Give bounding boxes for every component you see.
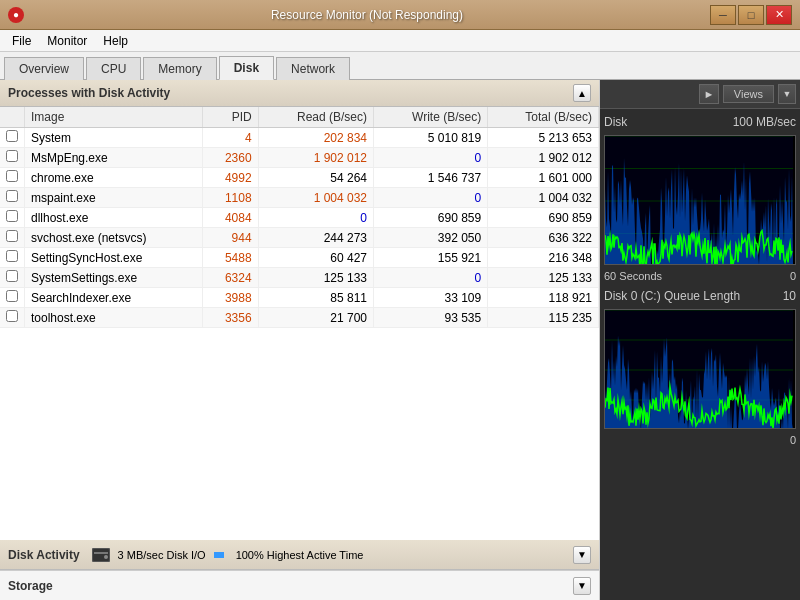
- chart2-bottom-row: 0: [604, 433, 796, 447]
- chart2-label: Disk 0 (C:) Queue Length: [604, 289, 740, 303]
- col-total[interactable]: Total (B/sec): [488, 107, 599, 128]
- row-read: 0: [258, 208, 373, 228]
- processes-section-header[interactable]: Processes with Disk Activity ▲: [0, 80, 599, 107]
- menu-help[interactable]: Help: [95, 32, 136, 50]
- processes-collapse-button[interactable]: ▲: [573, 84, 591, 102]
- row-checkbox[interactable]: [6, 150, 18, 162]
- row-image: SystemSettings.exe: [25, 268, 203, 288]
- row-write: 5 010 819: [374, 128, 488, 148]
- tab-memory[interactable]: Memory: [143, 57, 216, 80]
- row-checkbox-cell[interactable]: [0, 268, 25, 288]
- active-time-stat: 100% Highest Active Time: [236, 549, 364, 561]
- row-checkbox[interactable]: [6, 270, 18, 282]
- disk-drive-icon: [92, 548, 110, 562]
- table-row[interactable]: mspaint.exe 1108 1 004 032 0 1 004 032: [0, 188, 599, 208]
- table-row[interactable]: MsMpEng.exe 2360 1 902 012 0 1 902 012: [0, 148, 599, 168]
- row-read: 85 811: [258, 288, 373, 308]
- row-checkbox-cell[interactable]: [0, 168, 25, 188]
- chart2-value: 10: [783, 289, 796, 303]
- row-total: 125 133: [488, 268, 599, 288]
- tab-network[interactable]: Network: [276, 57, 350, 80]
- chart1-label: Disk: [604, 115, 627, 129]
- row-read: 1 902 012: [258, 148, 373, 168]
- nav-back-button[interactable]: ►: [699, 84, 719, 104]
- chart1-time-row: 60 Seconds 0: [604, 269, 796, 283]
- menu-monitor[interactable]: Monitor: [39, 32, 95, 50]
- row-read: 125 133: [258, 268, 373, 288]
- row-checkbox-cell[interactable]: [0, 188, 25, 208]
- row-write: 690 859: [374, 208, 488, 228]
- storage-collapse-button[interactable]: ▼: [573, 577, 591, 595]
- row-checkbox[interactable]: [6, 210, 18, 222]
- queue-chart: [604, 309, 796, 429]
- table-row[interactable]: dllhost.exe 4084 0 690 859 690 859: [0, 208, 599, 228]
- row-image: svchost.exe (netsvcs): [25, 228, 203, 248]
- close-button[interactable]: ✕: [766, 5, 792, 25]
- disk-io-stat: 3 MB/sec Disk I/O: [118, 549, 206, 561]
- chart2-bottom-value: 0: [790, 434, 796, 446]
- row-pid: 944: [203, 228, 258, 248]
- row-total: 636 322: [488, 228, 599, 248]
- col-image[interactable]: Image: [25, 107, 203, 128]
- queue-chart-canvas: [605, 310, 793, 429]
- chart1-label-row: Disk 100 MB/sec: [604, 113, 796, 131]
- table-row[interactable]: svchost.exe (netsvcs) 944 244 273 392 05…: [0, 228, 599, 248]
- views-dropdown-button[interactable]: ▼: [778, 84, 796, 104]
- row-checkbox-cell[interactable]: [0, 208, 25, 228]
- row-read: 21 700: [258, 308, 373, 328]
- processes-section-title: Processes with Disk Activity: [8, 86, 170, 100]
- row-image: dllhost.exe: [25, 208, 203, 228]
- col-read[interactable]: Read (B/sec): [258, 107, 373, 128]
- row-total: 1 601 000: [488, 168, 599, 188]
- row-checkbox-cell[interactable]: [0, 148, 25, 168]
- storage-section-header[interactable]: Storage ▼: [0, 570, 599, 600]
- col-write[interactable]: Write (B/sec): [374, 107, 488, 128]
- row-checkbox-cell[interactable]: [0, 288, 25, 308]
- disk-chart-canvas: [605, 136, 793, 265]
- disk-activity-section-header[interactable]: Disk Activity 3 MB/sec Disk I/O 100% Hig…: [0, 540, 599, 570]
- row-checkbox-cell[interactable]: [0, 228, 25, 248]
- tab-overview[interactable]: Overview: [4, 57, 84, 80]
- storage-title: Storage: [8, 579, 53, 593]
- processes-table-container[interactable]: Image PID Read (B/sec) Write (B/sec) Tot…: [0, 107, 599, 540]
- row-pid: 4: [203, 128, 258, 148]
- disk-activity-collapse-button[interactable]: ▼: [573, 546, 591, 564]
- row-checkbox[interactable]: [6, 310, 18, 322]
- row-pid: 2360: [203, 148, 258, 168]
- row-checkbox[interactable]: [6, 190, 18, 202]
- table-row[interactable]: chrome.exe 4992 54 264 1 546 737 1 601 0…: [0, 168, 599, 188]
- row-total: 690 859: [488, 208, 599, 228]
- row-checkbox[interactable]: [6, 230, 18, 242]
- table-row[interactable]: SystemSettings.exe 6324 125 133 0 125 13…: [0, 268, 599, 288]
- row-checkbox[interactable]: [6, 290, 18, 302]
- row-checkbox[interactable]: [6, 250, 18, 262]
- row-checkbox[interactable]: [6, 170, 18, 182]
- row-pid: 3988: [203, 288, 258, 308]
- menu-file[interactable]: File: [4, 32, 39, 50]
- main-content: Processes with Disk Activity ▲ Image PID…: [0, 80, 800, 600]
- chart-section: Disk 100 MB/sec 60 Seconds 0 Disk 0 (C:)…: [600, 109, 800, 600]
- row-checkbox[interactable]: [6, 130, 18, 142]
- row-checkbox-cell[interactable]: [0, 248, 25, 268]
- svg-rect-1: [93, 549, 109, 561]
- table-row[interactable]: SettingSyncHost.exe 5488 60 427 155 921 …: [0, 248, 599, 268]
- col-pid[interactable]: PID: [203, 107, 258, 128]
- maximize-button[interactable]: □: [738, 5, 764, 25]
- table-row[interactable]: System 4 202 834 5 010 819 5 213 653: [0, 128, 599, 148]
- table-row[interactable]: SearchIndexer.exe 3988 85 811 33 109 118…: [0, 288, 599, 308]
- row-write: 33 109: [374, 288, 488, 308]
- col-check[interactable]: [0, 107, 25, 128]
- row-read: 1 004 032: [258, 188, 373, 208]
- row-total: 118 921: [488, 288, 599, 308]
- tab-disk[interactable]: Disk: [219, 56, 274, 80]
- table-row[interactable]: toolhost.exe 3356 21 700 93 535 115 235: [0, 308, 599, 328]
- views-button[interactable]: Views: [723, 85, 774, 103]
- svg-point-3: [104, 555, 108, 559]
- row-checkbox-cell[interactable]: [0, 128, 25, 148]
- disk-chart: [604, 135, 796, 265]
- tab-cpu[interactable]: CPU: [86, 57, 141, 80]
- minimize-button[interactable]: ─: [710, 5, 736, 25]
- row-write: 93 535: [374, 308, 488, 328]
- row-total: 115 235: [488, 308, 599, 328]
- row-checkbox-cell[interactable]: [0, 308, 25, 328]
